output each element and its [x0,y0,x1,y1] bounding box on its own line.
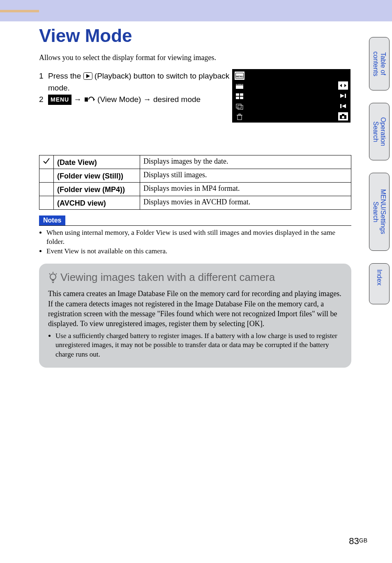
tip-title-text: Viewing images taken with a different ca… [60,271,275,284]
row-check [39,155,54,169]
svg-rect-27 [345,94,346,98]
row-check [39,169,54,182]
row-desc: Displays images by the date. [140,155,351,169]
svg-point-32 [342,116,344,118]
page-number: 83GB [349,536,367,547]
table-row: (Folder view (Still))Displays still imag… [39,169,351,182]
svg-rect-18 [240,97,243,99]
tab-label-toc: Table of contents [372,43,386,84]
tip-bullets: Use a sufficiently charged battery to re… [55,331,342,360]
figure-next-icon [338,92,348,100]
step-number-1: 1 [39,70,48,94]
folder-icon: (Folder view (MP4)) [57,185,125,194]
playback-icon [83,72,92,80]
note-item: Event View is not available on this came… [46,247,351,256]
row-desc: Displays still images. [140,169,351,182]
tab-label-op: Operation Search [372,109,386,154]
modes-table: (Date View)Displays images by the date. … [39,155,351,210]
svg-rect-29 [340,104,341,108]
tip-bulb-icon [48,272,58,283]
folder-icon: (Date View) [57,158,97,167]
svg-rect-23 [239,114,240,115]
page-lang: GB [359,537,367,544]
figure-arrows-icon [338,81,348,90]
menu-icon: MENU [48,95,71,105]
page-title: View Mode [39,25,351,46]
figure-trash-icon [235,113,244,121]
folder-icon: (Folder view (Still)) [57,172,123,181]
step-number-2: 2 [39,94,48,106]
svg-line-6 [56,273,57,274]
table-row: (Folder view (MP4))Displays movies in MP… [39,182,351,196]
row-name: (Folder view (MP4)) [54,182,140,196]
page-number-value: 83 [349,536,359,546]
table-row: (AVCHD view)Displays movies in AVCHD for… [39,196,351,209]
svg-marker-8 [52,282,54,283]
step2-label: (View Mode) [97,95,143,104]
row-name: (AVCHD view) [54,196,140,209]
row-name: (Date View) [54,155,140,169]
svg-marker-24 [340,84,342,87]
svg-line-5 [49,273,50,274]
tip-body-text: This camera creates an Image Database Fi… [48,290,341,328]
svg-marker-2 [93,98,95,101]
svg-marker-28 [342,104,346,108]
figure-stack-icon [235,102,244,111]
step2-end: desired mode [153,95,201,104]
svg-rect-21 [238,115,242,120]
svg-rect-16 [240,93,243,96]
notes-label: Notes [39,215,65,225]
figure-calendar-icon [235,82,244,90]
svg-marker-25 [344,84,346,87]
figure-grid-icon [235,92,244,100]
accent-bar [0,10,39,12]
tab-table-of-contents[interactable]: Table of contents [369,37,390,90]
svg-rect-15 [236,93,239,96]
svg-rect-17 [236,97,239,99]
row-name: (Folder view (Still)) [54,169,140,182]
tab-index[interactable]: Index [369,263,390,304]
header-band [0,0,392,21]
figure-prev-icon [338,102,348,110]
row-check [39,182,54,196]
intro-text: Allows you to select the display format … [39,53,351,62]
table-row: (Date View)Displays images by the date. [39,155,351,169]
svg-text:MENU: MENU [236,75,243,78]
arrow-1: → [74,95,84,104]
folder-icon: (AVCHD view) [57,199,106,208]
steps-block: 1 Press the (Playback) button to switch … [39,70,232,106]
arrow-2: → [143,95,151,104]
camera-screen-figure: MENU [232,69,350,123]
check-icon [43,157,50,164]
svg-rect-12 [236,84,243,86]
note-item: When using internal memory, a Folder Vie… [46,228,351,247]
svg-rect-7 [52,280,54,281]
viewmode-icon [84,96,95,103]
svg-rect-31 [342,114,344,116]
tip-box: Viewing images taken with a different ca… [39,264,351,368]
svg-rect-19 [236,104,241,108]
tab-operation-search[interactable]: Operation Search [369,103,390,160]
step1-text-a: Press the [48,72,83,80]
row-desc: Displays movies in MP4 format. [140,182,351,196]
row-desc: Displays movies in AVCHD format. [140,196,351,209]
figure-menu-icon: MENU [235,72,244,80]
tab-label-index: Index [376,269,383,285]
row-check [39,196,54,209]
tab-menu-settings-search[interactable]: MENU/Settings Search [369,173,390,251]
svg-point-3 [50,274,56,280]
tab-label-menu: MENU/Settings Search [372,179,386,245]
svg-rect-20 [238,105,243,109]
tip-bullet: Use a sufficiently charged battery to re… [55,331,342,360]
svg-marker-26 [340,94,344,98]
figure-camera-icon [338,112,348,120]
notes-rule [39,225,351,226]
notes-list: When using internal memory, a Folder Vie… [46,228,351,257]
